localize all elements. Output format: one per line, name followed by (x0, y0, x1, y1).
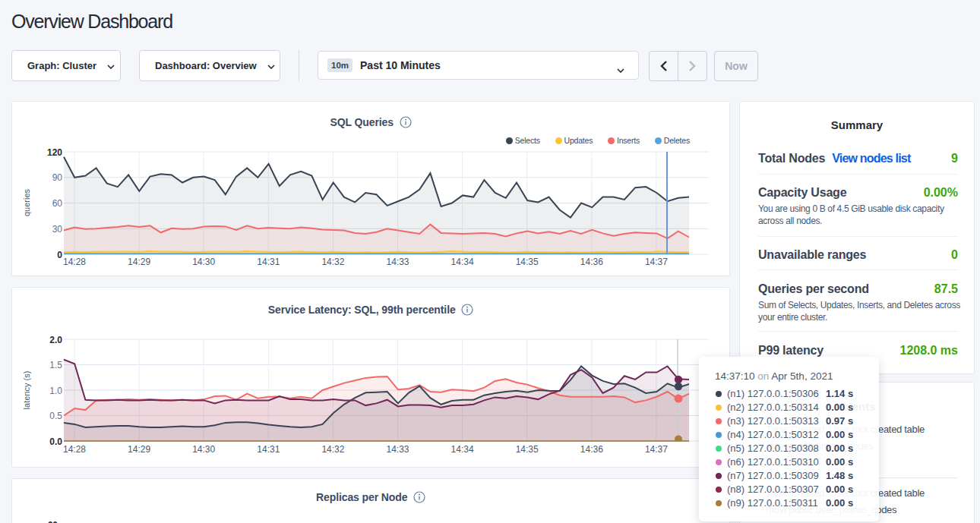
svg-text:14:37: 14:37 (645, 257, 668, 267)
svg-text:14:34: 14:34 (451, 444, 474, 455)
svg-text:0.5: 0.5 (49, 411, 62, 421)
svg-text:1.5: 1.5 (49, 360, 62, 370)
svg-text:queries: queries (22, 188, 31, 216)
svg-text:30: 30 (52, 224, 63, 235)
svg-text:14:33: 14:33 (386, 257, 409, 267)
svg-text:14:36: 14:36 (580, 444, 603, 455)
svg-text:14:36: 14:36 (580, 257, 603, 267)
svg-text:14:31: 14:31 (257, 257, 280, 267)
svg-text:14:32: 14:32 (321, 257, 344, 267)
svg-text:14:28: 14:28 (63, 257, 86, 267)
svg-text:1.0: 1.0 (49, 386, 62, 396)
svg-text:60: 60 (52, 198, 63, 209)
svg-text:14:29: 14:29 (128, 257, 150, 267)
svg-text:14:35: 14:35 (516, 444, 539, 455)
svg-text:latency (s): latency (s) (22, 371, 31, 410)
svg-text:14:32: 14:32 (321, 444, 344, 455)
svg-text:14:35: 14:35 (516, 257, 539, 267)
svg-text:14:29: 14:29 (128, 444, 150, 455)
svg-text:14:37: 14:37 (645, 444, 668, 455)
svg-text:2.0: 2.0 (49, 335, 62, 345)
svg-text:0.0: 0.0 (49, 436, 62, 447)
svg-text:0: 0 (57, 250, 62, 260)
svg-text:14:34: 14:34 (451, 257, 474, 267)
svg-text:90: 90 (52, 172, 63, 183)
svg-text:14:28: 14:28 (63, 444, 86, 455)
svg-text:120: 120 (47, 147, 62, 158)
svg-text:14:33: 14:33 (386, 444, 409, 455)
svg-text:14:30: 14:30 (192, 257, 215, 267)
svg-text:14:31: 14:31 (257, 444, 280, 455)
svg-text:14:30: 14:30 (192, 444, 215, 455)
